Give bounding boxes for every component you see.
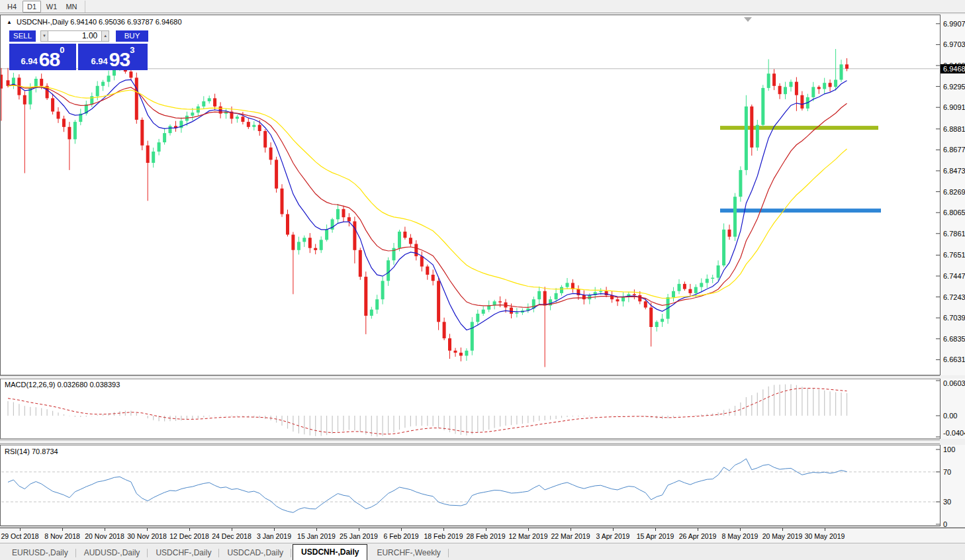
date-tick	[825, 528, 825, 531]
price-tick-label: 6.82690	[943, 188, 965, 196]
timeframe-mn-button[interactable]: MN	[62, 1, 81, 13]
date-label: 12 Dec 2018	[169, 532, 209, 540]
price-tick-label: 6.99070	[943, 20, 965, 28]
chart-shift-marker-icon	[744, 17, 752, 22]
price-tick-label: 6.76510	[943, 251, 965, 259]
date-tick	[316, 528, 317, 531]
price-tick-label: 6.90910	[943, 103, 965, 111]
date-label: 28 Feb 2019	[467, 532, 506, 540]
rsi-label: RSI(14) 70.8734	[5, 447, 58, 455]
macd-label: MACD(12,26,9) 0.032680 0.038393	[5, 381, 120, 389]
ohlc-values: 6.94140 6.95036 6.93787 6.94680	[70, 18, 181, 26]
sell-button[interactable]: SELL	[9, 30, 36, 42]
macd-tick-label: 0.060342	[943, 379, 965, 387]
date-label: 18 Feb 2019	[424, 532, 463, 540]
date-label: 22 Mar 2019	[551, 532, 590, 540]
chart-tab-usdcaddaily[interactable]: USDCAD-,Daily	[219, 546, 291, 560]
chart-title: ▲ USDCNH-,Daily 6.94140 6.95036 6.93787 …	[7, 18, 182, 26]
timeframe-h4-button[interactable]: H4	[3, 1, 21, 13]
rsi-indicator-panel[interactable]	[0, 445, 940, 526]
buy-price-big-digits: 93	[109, 51, 130, 68]
date-tick	[359, 528, 359, 531]
price-tick-label: 6.70390	[943, 314, 965, 322]
macd-axis[interactable]: 0.0603420.00-0.04041	[940, 379, 965, 439]
date-label: 6 Feb 2019	[383, 532, 418, 540]
date-label: 20 Nov 2018	[85, 532, 124, 540]
sell-price-pip-digit: 0	[60, 45, 64, 55]
date-tick	[443, 528, 444, 531]
date-label: 15 Jan 2019	[297, 532, 336, 540]
date-tick	[189, 528, 190, 531]
volume-input[interactable]: 1.00	[48, 30, 101, 42]
price-tick-label: 6.84730	[943, 167, 965, 175]
date-label: 30 Nov 2018	[127, 532, 167, 540]
date-label: 8 Nov 2018	[44, 532, 80, 540]
panel-separator[interactable]	[0, 440, 940, 444]
price-tick-label: 6.78610	[943, 230, 965, 238]
chart-tab-eurusddaily[interactable]: EURUSD-,Daily	[4, 546, 76, 560]
sell-price-box[interactable]: 6.94 68 0	[9, 44, 76, 70]
macd-indicator-panel[interactable]	[0, 379, 940, 439]
rsi-value: 70.8734	[32, 447, 58, 455]
macd-tick-label: -0.04041	[943, 429, 965, 437]
date-tick	[62, 528, 63, 531]
toolbar-separator	[85, 1, 85, 13]
macd-tick-label: 0.00	[943, 412, 957, 420]
chart-tab-eurchfweekly[interactable]: EURCHF-,Weekly	[369, 546, 448, 560]
rsi-tick-label: 30	[943, 498, 951, 506]
chart-tab-audusddaily[interactable]: AUDUSD-,Daily	[76, 546, 148, 560]
date-tick	[147, 528, 148, 531]
date-tick	[782, 528, 783, 531]
current-price-label: 6.94680	[941, 64, 965, 73]
price-axis[interactable]: 6.990706.970306.949906.929506.909106.888…	[940, 15, 965, 375]
date-tick	[401, 528, 402, 531]
price-tick-label: 6.74470	[943, 272, 965, 280]
date-label: 30 May 2019	[805, 532, 845, 540]
price-tick-label: 6.68350	[943, 335, 965, 343]
chart-tab-usdcnhdaily[interactable]: USDCNH-,Daily	[293, 544, 367, 560]
price-tick-label: 6.86770	[943, 146, 965, 154]
price-tick-label: 6.80650	[943, 209, 965, 216]
date-label: 29 Oct 2018	[1, 532, 38, 540]
timeframe-w1-button[interactable]: W1	[42, 1, 61, 13]
date-tick	[20, 528, 21, 531]
date-axis[interactable]: 29 Oct 20188 Nov 201820 Nov 201830 Nov 2…	[0, 528, 965, 543]
date-label: 15 Apr 2019	[637, 532, 674, 540]
date-tick	[528, 528, 529, 531]
buy-price-pip-digit: 3	[130, 45, 134, 55]
date-label: 8 May 2019	[722, 532, 758, 540]
buy-button[interactable]: BUY	[116, 30, 148, 42]
date-tick	[655, 528, 656, 531]
date-label: 26 Apr 2019	[679, 532, 717, 540]
rsi-axis[interactable]: 10070300	[940, 445, 965, 526]
buy-price-prefix: 6.94	[91, 56, 108, 66]
volume-decrease-button[interactable]: ▼	[40, 30, 48, 42]
date-label: 25 Jan 2019	[340, 532, 378, 540]
date-label: 3 Jan 2019	[257, 532, 291, 540]
timeframe-d1-button[interactable]: D1	[23, 1, 41, 13]
date-tick	[740, 528, 741, 531]
date-tick	[698, 528, 698, 531]
date-label: 24 Dec 2018	[212, 532, 252, 540]
volume-increase-button[interactable]: ▲	[101, 30, 109, 42]
rsi-tick-label: 70	[943, 468, 951, 476]
date-label: 20 May 2019	[762, 532, 803, 540]
sell-price-big-digits: 68	[39, 51, 60, 68]
sell-price-prefix: 6.94	[21, 56, 38, 66]
price-tick-label: 6.66310	[943, 355, 965, 363]
symbol-period-label: USDCNH-,Daily	[17, 18, 68, 26]
chart-tab-bar: EURUSD-,DailyAUDUSD-,DailyUSDCHF-,DailyU…	[0, 543, 965, 560]
date-tick	[571, 528, 571, 531]
date-tick	[486, 528, 486, 531]
macd-main-value: 0.032680	[57, 381, 87, 389]
price-tick-label: 6.88810	[943, 125, 965, 133]
chart-tab-usdchfdaily[interactable]: USDCHF-,Daily	[148, 546, 219, 560]
price-tick-label: 6.72430	[943, 293, 965, 301]
date-tick	[232, 528, 232, 531]
collapse-arrow-icon[interactable]: ▲	[7, 19, 12, 25]
one-click-trading-widget: SELL ▼ 1.00 ▲ BUY 6.94 68 0 6.94 93 3	[9, 30, 148, 70]
date-tick	[274, 528, 275, 531]
date-tick	[613, 528, 614, 531]
buy-price-box[interactable]: 6.94 93 3	[78, 44, 148, 70]
rsi-tick-label: 100	[943, 445, 955, 453]
